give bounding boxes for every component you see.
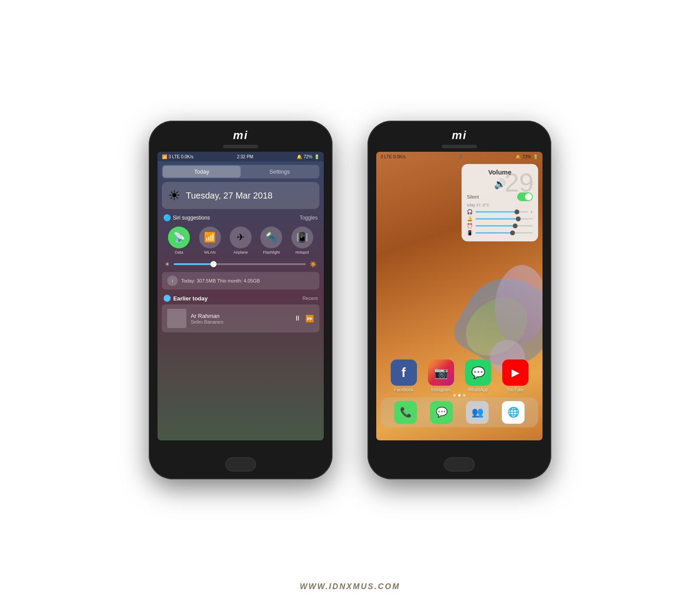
silent-row: Silent xyxy=(467,192,533,201)
watermark: WWW.IDNXMUS.COM xyxy=(300,582,400,591)
right-phone-bottom xyxy=(444,457,475,471)
tab-settings[interactable]: Settings xyxy=(241,166,318,178)
right-battery-text: 73% xyxy=(522,154,531,159)
forward-button[interactable]: ⏩ xyxy=(305,314,314,323)
right-phone: mi 3 LTE 0.0K/s 🎵 🔔 73% 🔋 Volume 29 🔊 xyxy=(368,121,551,479)
app-youtube-wrap[interactable]: ▶ YouTube xyxy=(502,359,528,392)
left-phone: mi 📶 3 LTE 0.0K/s 2:32 PM 🔔 72% 🔋 Today xyxy=(149,121,332,479)
battery-text: 72% xyxy=(304,154,312,159)
music-title: Ar Rahman xyxy=(191,313,290,319)
whatsapp-icon: 💬 xyxy=(465,359,491,386)
vol-thumb-4 xyxy=(510,230,515,235)
right-screen: 3 LTE 0.0K/s 🎵 🔔 73% 🔋 Volume 29 🔊 Silen… xyxy=(376,152,542,440)
volume-popup: Volume 29 🔊 Silent sday 27, 0°C 🎧 ∧ xyxy=(462,164,538,241)
youtube-icon: ▶ xyxy=(502,359,528,386)
headphone-icon: 🎧 xyxy=(467,209,473,215)
whatsapp-label: WhatsApp xyxy=(468,387,488,392)
app-facebook-wrap[interactable]: f Facebook xyxy=(391,359,417,392)
wlan-circle: 📶 xyxy=(199,227,221,248)
youtube-label: YouTube xyxy=(507,387,524,392)
data-label: Data xyxy=(175,250,183,255)
flashlight-label: Flashlight xyxy=(263,250,280,255)
vol-fill-4 xyxy=(476,232,510,234)
right-phone-top: mi xyxy=(368,121,551,152)
toggle-flashlight[interactable]: 🔦 Flashlight xyxy=(260,227,282,255)
pause-button[interactable]: ⏸ xyxy=(294,314,301,323)
brightness-thumb xyxy=(210,261,217,267)
vol-thumb-2 xyxy=(516,216,521,221)
toggle-data[interactable]: 📡 Data xyxy=(168,227,190,255)
dock-contacts[interactable]: 👥 xyxy=(466,401,489,424)
time-text: 2:32 PM xyxy=(237,154,253,159)
vol-track-1[interactable] xyxy=(476,211,528,213)
expand-icon-1[interactable]: ∧ xyxy=(530,210,533,214)
phones-container: mi 📶 3 LTE 0.0K/s 2:32 PM 🔔 72% 🔋 Today xyxy=(149,121,551,479)
left-phone-top: mi xyxy=(149,121,332,152)
app-whatsapp-wrap[interactable]: 💬 WhatsApp xyxy=(465,359,491,392)
dock-phone[interactable]: 📞 xyxy=(394,401,417,424)
brightness-fill xyxy=(174,263,214,265)
facebook-icon: f xyxy=(391,359,417,386)
right-home-button[interactable] xyxy=(444,457,475,471)
signal-text: 3 LTE 0.0K/s xyxy=(168,154,193,159)
app-grid: f Facebook 📷 Instagram 💬 WhatsApp xyxy=(376,359,542,392)
earlier-today-label: Earlier today xyxy=(173,295,208,302)
vibration-icon: 📳 xyxy=(467,230,473,236)
music-info: Ar Rahman Selim Bananen xyxy=(191,313,290,324)
hotspot-circle: 📳 xyxy=(291,227,313,248)
toggle-hotspot[interactable]: 📳 Hotspot xyxy=(291,227,313,255)
vol-slider-headphones: 🎧 ∧ xyxy=(467,209,533,215)
music-card[interactable]: Ar Rahman Selim Bananen ⏸ ⏩ xyxy=(162,304,319,332)
vol-slider-bell: 🔔 xyxy=(467,216,533,222)
right-signal-text: 3 LTE 0.0K/s xyxy=(381,154,406,159)
airplane-label: Airplane xyxy=(233,250,248,255)
vol-thumb-1 xyxy=(514,209,519,214)
brightness-high-icon: ☀️ xyxy=(309,261,317,268)
recent-label: Recent xyxy=(302,296,318,301)
right-speaker xyxy=(442,145,477,148)
vol-track-4[interactable] xyxy=(476,232,533,234)
alarm-icon: ⏰ xyxy=(467,223,473,229)
vol-track-3[interactable] xyxy=(476,225,533,227)
dot-2 xyxy=(458,394,461,397)
sun-icon: ☀ xyxy=(168,187,181,204)
earlier-today-title: Earlier today xyxy=(164,295,208,302)
right-status-right: 🔔 73% 🔋 xyxy=(515,154,538,159)
brightness-slider-row: ☀ ☀️ xyxy=(158,259,324,269)
left-status-bar: 📶 3 LTE 0.0K/s 2:32 PM 🔔 72% 🔋 xyxy=(158,152,324,161)
dock: 📞 💬 👥 🌐 xyxy=(381,398,538,427)
left-status-left: 📶 3 LTE 0.0K/s xyxy=(162,154,193,159)
left-speaker xyxy=(223,145,258,148)
hotspot-label: Hotspot xyxy=(295,250,309,255)
quick-toggles: 📡 Data 📶 WLAN ✈ Airplane 🔦 Flashlight 📳 xyxy=(158,224,324,259)
swirl-2 xyxy=(457,291,536,363)
dock-chrome[interactable]: 🌐 xyxy=(502,401,525,424)
brightness-low-icon: ☀ xyxy=(164,261,170,268)
dock-messages[interactable]: 💬 xyxy=(430,401,453,424)
facebook-label: Facebook xyxy=(394,387,413,392)
section-title-dot xyxy=(164,295,171,302)
vol-track-2[interactable] xyxy=(476,218,533,220)
dot-1 xyxy=(453,394,456,397)
vol-fill-3 xyxy=(476,225,513,227)
toggle-airplane[interactable]: ✈ Airplane xyxy=(230,227,252,255)
silent-label: Silent xyxy=(467,194,479,199)
app-instagram-wrap[interactable]: 📷 Instagram xyxy=(428,359,454,392)
silent-toggle[interactable] xyxy=(517,192,533,201)
data-usage-icon: i xyxy=(167,276,178,286)
brightness-track[interactable] xyxy=(174,263,306,265)
tab-today[interactable]: Today xyxy=(163,166,241,178)
right-status-bar: 3 LTE 0.0K/s 🎵 🔔 73% 🔋 xyxy=(376,152,542,161)
left-home-button[interactable] xyxy=(225,457,256,471)
dot-3 xyxy=(463,394,466,397)
left-screen: 📶 3 LTE 0.0K/s 2:32 PM 🔔 72% 🔋 Today Set… xyxy=(158,152,324,440)
vol-slider-vibration: 📳 xyxy=(467,230,533,236)
vol-thumb-3 xyxy=(513,223,518,228)
wlan-label: WLAN xyxy=(204,250,216,255)
vol-fill-1 xyxy=(476,211,514,213)
toggle-wlan[interactable]: 📶 WLAN xyxy=(199,227,221,255)
date-widget: ☀ Tuesday, 27 Mar 2018 xyxy=(162,182,319,209)
left-mi-logo: mi xyxy=(233,129,248,142)
siri-bar: Siri suggestions Toggles xyxy=(158,212,324,224)
battery-icon: 🔋 xyxy=(314,154,319,159)
